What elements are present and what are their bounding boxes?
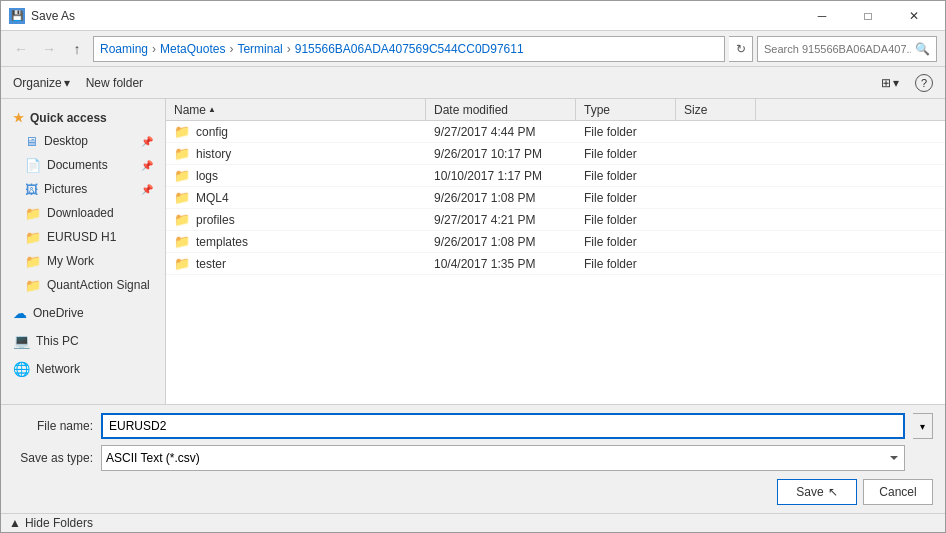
breadcrumb-id[interactable]: 915566BA06ADA407569C544CC0D97611 [295, 42, 524, 56]
title-bar-left: 💾 Save As [9, 8, 75, 24]
address-bar[interactable]: Roaming › MetaQuotes › Terminal › 915566… [93, 36, 725, 62]
folder-icon-history: 📁 [174, 146, 190, 161]
file-row-mql4[interactable]: 📁 MQL4 9/26/2017 1:08 PM File folder [166, 187, 945, 209]
network-icon: 🌐 [13, 361, 30, 377]
pictures-pin-icon: 📌 [141, 184, 153, 195]
sidebar-section-this-pc: 💻 This PC [1, 329, 165, 353]
organize-button[interactable]: Organize ▾ [9, 71, 74, 95]
cancel-button[interactable]: Cancel [863, 479, 933, 505]
sidebar-item-quantaction[interactable]: 📁 QuantAction Signal [1, 273, 165, 297]
breadcrumb-roaming[interactable]: Roaming [100, 42, 148, 56]
desktop-label: Desktop [44, 134, 88, 148]
new-folder-button[interactable]: New folder [82, 71, 147, 95]
sidebar-item-downloaded[interactable]: 📁 Downloaded [1, 201, 165, 225]
filename-input[interactable] [101, 413, 905, 439]
sidebar-item-pictures[interactable]: 🖼 Pictures 📌 [1, 177, 165, 201]
window-controls: ─ □ ✕ [799, 1, 937, 31]
file-type-mql4: File folder [576, 191, 676, 205]
view-arrow: ▾ [893, 76, 899, 90]
mywork-label: My Work [47, 254, 94, 268]
file-type-history: File folder [576, 147, 676, 161]
save-button[interactable]: Save ↖ [777, 479, 857, 505]
pictures-icon: 🖼 [25, 182, 38, 197]
filetype-row: Save as type: ASCII Text (*.csv) CSV (*.… [13, 445, 933, 471]
col-name-label: Name [174, 103, 206, 117]
file-name-config: config [196, 125, 228, 139]
forward-button[interactable]: → [37, 37, 61, 61]
file-date-templates: 9/26/2017 1:08 PM [426, 235, 576, 249]
file-row-templates[interactable]: 📁 templates 9/26/2017 1:08 PM File folde… [166, 231, 945, 253]
help-button[interactable]: ? [911, 71, 937, 95]
folder-icon-config: 📁 [174, 124, 190, 139]
eurusd-label: EURUSD H1 [47, 230, 116, 244]
window-title: Save As [31, 9, 75, 23]
quick-access-header: ★ Quick access [1, 107, 165, 129]
filetype-select[interactable]: ASCII Text (*.csv) CSV (*.csv) Text (*.t… [101, 445, 905, 471]
desktop-icon: 🖥 [25, 134, 38, 149]
file-date-logs: 10/10/2017 1:17 PM [426, 169, 576, 183]
folder-icon-profiles: 📁 [174, 212, 190, 227]
organize-arrow: ▾ [64, 76, 70, 90]
search-icon: 🔍 [915, 42, 930, 56]
this-pc-icon: 💻 [13, 333, 30, 349]
sidebar-item-my-work[interactable]: 📁 My Work [1, 249, 165, 273]
col-size-label: Size [684, 103, 707, 117]
address-toolbar: ← → ↑ Roaming › MetaQuotes › Terminal › … [1, 31, 945, 67]
file-date-tester: 10/4/2017 1:35 PM [426, 257, 576, 271]
col-header-type[interactable]: Type [576, 99, 676, 120]
hide-folders-row[interactable]: ▲ Hide Folders [1, 513, 945, 532]
search-input[interactable] [764, 43, 911, 55]
save-as-dialog: 💾 Save As ─ □ ✕ ← → ↑ Roaming › MetaQuot… [0, 0, 946, 533]
filename-dropdown-arrow[interactable]: ▾ [913, 413, 933, 439]
eurusd-folder-icon: 📁 [25, 230, 41, 245]
folder-icon-templates: 📁 [174, 234, 190, 249]
col-header-date[interactable]: Date modified [426, 99, 576, 120]
file-row-history[interactable]: 📁 history 9/26/2017 10:17 PM File folder [166, 143, 945, 165]
filetype-arrow [913, 445, 933, 471]
sidebar-item-onedrive[interactable]: ☁ OneDrive [1, 301, 165, 325]
refresh-button[interactable]: ↻ [729, 36, 753, 62]
file-row-profiles[interactable]: 📁 profiles 9/27/2017 4:21 PM File folder [166, 209, 945, 231]
filename-label: File name: [13, 419, 93, 433]
quick-access-icon: ★ [13, 111, 24, 125]
file-date-history: 9/26/2017 10:17 PM [426, 147, 576, 161]
desktop-pin-icon: 📌 [141, 136, 153, 147]
filetype-label: Save as type: [13, 451, 93, 465]
back-button[interactable]: ← [9, 37, 33, 61]
file-row-config[interactable]: 📁 config 9/27/2017 4:44 PM File folder [166, 121, 945, 143]
main-content: ★ Quick access 🖥 Desktop 📌 📄 Documents 📌… [1, 99, 945, 404]
col-header-size[interactable]: Size [676, 99, 756, 120]
sidebar-item-network[interactable]: 🌐 Network [1, 357, 165, 381]
close-button[interactable]: ✕ [891, 1, 937, 31]
minimize-button[interactable]: ─ [799, 1, 845, 31]
folder-icon-tester: 📁 [174, 256, 190, 271]
file-type-templates: File folder [576, 235, 676, 249]
view-button[interactable]: ⊞ ▾ [877, 71, 903, 95]
maximize-button[interactable]: □ [845, 1, 891, 31]
up-button[interactable]: ↑ [65, 37, 89, 61]
sidebar-item-desktop[interactable]: 🖥 Desktop 📌 [1, 129, 165, 153]
file-type-tester: File folder [576, 257, 676, 271]
search-box: 🔍 [757, 36, 937, 62]
col-header-name[interactable]: Name ▲ [166, 99, 426, 120]
view-icon: ⊞ [881, 76, 891, 90]
breadcrumb-metaquotes[interactable]: MetaQuotes [160, 42, 225, 56]
col-name-sort: ▲ [208, 105, 216, 114]
file-date-mql4: 9/26/2017 1:08 PM [426, 191, 576, 205]
downloaded-folder-icon: 📁 [25, 206, 41, 221]
quantaction-label: QuantAction Signal [47, 278, 150, 292]
sidebar-section-network: 🌐 Network [1, 357, 165, 381]
sidebar-item-eurusd-h1[interactable]: 📁 EURUSD H1 [1, 225, 165, 249]
col-type-label: Type [584, 103, 610, 117]
documents-icon: 📄 [25, 158, 41, 173]
file-row-logs[interactable]: 📁 logs 10/10/2017 1:17 PM File folder [166, 165, 945, 187]
hide-folders-icon: ▲ [9, 516, 21, 530]
action-toolbar: Organize ▾ New folder ⊞ ▾ ? [1, 67, 945, 99]
save-label: Save [796, 485, 823, 499]
file-row-tester[interactable]: 📁 tester 10/4/2017 1:35 PM File folder [166, 253, 945, 275]
sidebar-item-documents[interactable]: 📄 Documents 📌 [1, 153, 165, 177]
breadcrumb-terminal[interactable]: Terminal [237, 42, 282, 56]
file-type-config: File folder [576, 125, 676, 139]
window-icon: 💾 [9, 8, 25, 24]
sidebar-item-this-pc[interactable]: 💻 This PC [1, 329, 165, 353]
